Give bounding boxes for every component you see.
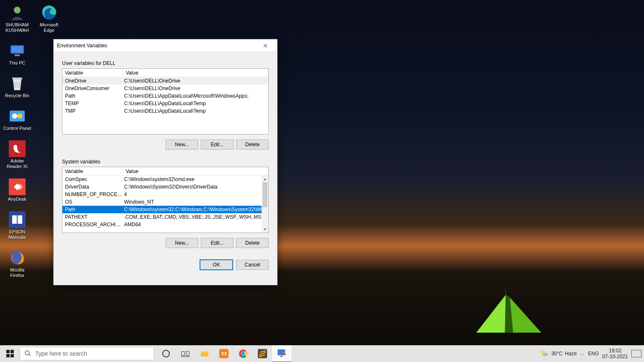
ok-button[interactable]: OK <box>200 260 233 270</box>
desktop-icon-firefox[interactable]: Mozilla Firefox <box>3 249 32 278</box>
svg-line-21 <box>29 354 31 356</box>
icon-label: Recycle Bin <box>5 93 29 98</box>
svg-rect-18 <box>6 354 10 357</box>
desktop-icon-anydesk[interactable]: AnyDesk <box>3 178 32 202</box>
close-button[interactable] <box>257 40 274 52</box>
taskbar-xampp[interactable] <box>214 345 234 362</box>
svg-rect-12 <box>12 215 17 224</box>
table-row[interactable]: PathC:\Users\DELL\AppData\Local\Microsof… <box>62 92 268 100</box>
var-name: OS <box>62 199 123 205</box>
var-name: DriverData <box>62 184 123 190</box>
desktop-icon-control-panel[interactable]: Control Panel <box>3 108 32 131</box>
icon-label: Control Panel <box>3 126 31 131</box>
start-button[interactable] <box>0 345 20 362</box>
icon-label: Adobe Reader XI <box>3 158 32 169</box>
svg-rect-17 <box>10 350 14 353</box>
list-header: Variable Value <box>62 69 268 77</box>
table-row[interactable]: PATHEXT.COM;.EXE;.BAT;.CMD;.VBS;.VBE;.JS… <box>62 213 268 221</box>
table-row[interactable]: TEMPC:\Users\DELL\AppData\Local\Temp <box>62 100 268 107</box>
clock[interactable]: 19:02 07-10-2021 <box>602 348 628 359</box>
sys-new-button[interactable]: New... <box>166 238 198 248</box>
table-row[interactable]: NUMBER_OF_PROCESSORS4 <box>62 191 268 198</box>
var-value: AMD64 <box>123 222 268 228</box>
taskbar-sublime[interactable] <box>253 345 272 362</box>
var-value: Windows_NT <box>123 199 268 205</box>
search-input[interactable]: Type here to search <box>20 347 154 360</box>
table-row[interactable]: PROCESSOR_ARCHITECTU...AMD64 <box>62 221 268 228</box>
var-value: C:\Users\DELL\AppData\Local\Temp <box>123 101 268 106</box>
scroll-down-icon[interactable]: ▼ <box>262 226 268 233</box>
icon-label: Mozilla Firefox <box>3 267 32 278</box>
svg-rect-35 <box>280 356 283 357</box>
col-variable[interactable]: Variable <box>62 69 123 77</box>
table-row[interactable]: OneDriveConsumerC:\Users\DELL\OneDrive <box>62 85 268 92</box>
titlebar[interactable]: Environment Variables <box>54 39 277 52</box>
svg-point-7 <box>12 114 17 119</box>
user-edit-button[interactable]: Edit... <box>201 140 234 150</box>
scroll-up-icon[interactable]: ▲ <box>262 176 268 182</box>
adobe-reader-icon <box>9 140 26 157</box>
system-variables-list[interactable]: Variable Value ComSpecC:\Windows\system3… <box>62 167 269 233</box>
table-row[interactable]: ComSpecC:\Windows\system32\cmd.exe <box>62 176 268 183</box>
svg-rect-26 <box>201 352 208 357</box>
search-placeholder: Type here to search <box>35 350 87 357</box>
table-row[interactable]: OSWindows_NT <box>62 198 268 206</box>
scroll-thumb[interactable] <box>262 182 267 207</box>
language-indicator[interactable]: ENG <box>588 351 599 357</box>
desktop-icon-recycle-bin[interactable]: Recycle Bin <box>3 75 32 98</box>
table-row[interactable]: TMPC:\Users\DELL\AppData\Local\Temp <box>62 107 268 115</box>
desktop-icon-this-pc[interactable]: This PC <box>3 42 32 66</box>
cortana-button[interactable] <box>156 345 176 362</box>
svg-point-8 <box>17 114 22 119</box>
sys-delete-button[interactable]: Delete <box>236 238 269 248</box>
firefox-icon <box>9 249 26 266</box>
icon-label: EPSON Manuals <box>3 229 32 240</box>
user-variables-list[interactable]: Variable Value OneDriveC:\Users\DELL\One… <box>62 68 269 134</box>
table-row[interactable]: DriverDataC:\Windows\System32\Drivers\Dr… <box>62 183 268 191</box>
table-row[interactable]: PathC:\Windows\system32;C:\Windows;C:\Wi… <box>62 206 268 213</box>
var-value: C:\Users\DELL\AppData\Local\Temp <box>123 108 268 114</box>
svg-point-32 <box>242 352 245 355</box>
dialog-title: Environment Variables <box>57 43 107 49</box>
desktop-icon-epson-manuals[interactable]: EPSON Manuals <box>3 211 32 240</box>
svg-rect-3 <box>11 46 23 53</box>
scrollbar[interactable]: ▲ ▼ <box>262 176 268 233</box>
weather-temp: 30°C <box>551 351 563 357</box>
user-delete-button[interactable]: Delete <box>236 140 269 150</box>
var-value: C:\Users\DELL\OneDrive <box>123 78 268 84</box>
desktop-icon-user-folder[interactable]: SHUBHAM KUSHWAH <box>3 4 32 33</box>
svg-point-20 <box>25 351 29 355</box>
cancel-button[interactable]: Cancel <box>236 260 269 270</box>
svg-rect-13 <box>18 215 22 224</box>
col-value[interactable]: Value <box>123 69 268 77</box>
anydesk-icon <box>9 178 26 195</box>
svg-rect-16 <box>6 350 10 353</box>
desktop-icon-edge[interactable]: Microsoft Edge <box>34 4 64 33</box>
edge-icon <box>41 4 57 21</box>
weather-widget[interactable]: 30°C Haze <box>540 349 577 359</box>
icon-label: AnyDesk <box>8 197 26 202</box>
svg-rect-24 <box>186 352 189 356</box>
col-value[interactable]: Value <box>123 167 268 175</box>
action-center-icon[interactable] <box>631 350 641 357</box>
table-row[interactable]: OneDriveC:\Users\DELL\OneDrive <box>62 77 268 85</box>
user-new-button[interactable]: New... <box>166 140 198 150</box>
system-vars-label: System variables <box>62 159 269 165</box>
svg-rect-19 <box>10 354 14 357</box>
avatar-icon <box>9 4 26 21</box>
desktop-icon-adobe-reader[interactable]: Adobe Reader XI <box>3 140 32 169</box>
task-view-button[interactable] <box>176 345 195 362</box>
control-panel-icon <box>9 108 26 124</box>
col-variable[interactable]: Variable <box>62 167 123 175</box>
var-name: OneDriveConsumer <box>62 85 123 91</box>
var-value: C:\Users\DELL\AppData\Local\Microsoft\Wi… <box>123 93 268 99</box>
svg-rect-23 <box>182 352 184 356</box>
var-value: C:\Windows\system32;C:\Windows;C:\Window… <box>123 207 268 212</box>
taskbar-file-explorer[interactable] <box>195 345 214 362</box>
weather-condition: Haze <box>565 351 577 357</box>
taskbar-system-properties[interactable] <box>272 345 291 362</box>
taskbar-chrome[interactable] <box>234 345 253 362</box>
sys-edit-button[interactable]: Edit... <box>201 238 234 248</box>
tray-overflow-icon[interactable]: ︿ <box>580 351 585 357</box>
var-name: PATHEXT <box>62 214 123 220</box>
